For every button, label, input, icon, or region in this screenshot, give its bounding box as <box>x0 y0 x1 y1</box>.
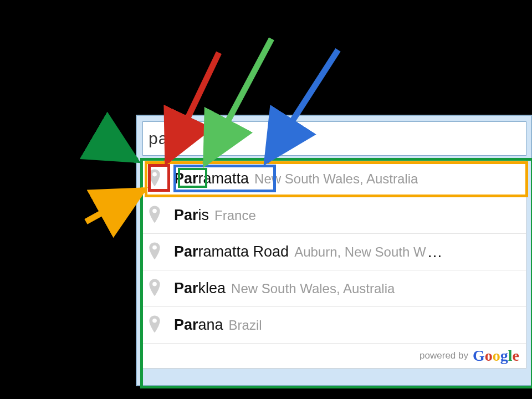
suggestion-row[interactable]: Parramatta New South Wales, Australia <box>143 161 526 197</box>
suggestion-term: Parramatta <box>174 171 249 186</box>
google-logo: Google <box>473 347 519 365</box>
suggestion-secondary: New South Wales, Australia <box>231 281 395 296</box>
suggestion-secondary: New South Wales, Australia <box>254 171 418 187</box>
suggestion-rest: ramatta <box>198 171 249 186</box>
pin-icon <box>147 279 162 299</box>
suggestion-rest: ramatta Road <box>198 244 289 259</box>
suggestion-row[interactable]: Parana Brazil <box>143 307 526 344</box>
attribution-bar: powered by Google <box>143 344 526 368</box>
attribution-prefix: powered by <box>420 350 468 361</box>
pin-icon <box>147 169 162 189</box>
suggestion-match: Par <box>174 208 198 223</box>
autocomplete-dropdown: Parramatta New South Wales, Australia Pa… <box>142 160 526 369</box>
arrow-dropdown <box>97 137 137 161</box>
autocomplete-panel: par Parramatta New South Wales, Australi… <box>136 115 532 386</box>
suggestion-match: Par <box>174 244 198 259</box>
ellipsis-icon: … <box>427 243 444 261</box>
svg-point-3 <box>152 282 157 286</box>
suggestion-row[interactable]: Parklea New South Wales, Australia <box>143 270 526 307</box>
suggestion-secondary: Brazil <box>229 318 262 333</box>
suggestion-match: Par <box>174 281 198 296</box>
svg-point-1 <box>152 208 157 213</box>
suggestion-rest: ana <box>198 318 223 332</box>
suggestion-row[interactable]: Paris France <box>143 197 526 234</box>
suggestion-row[interactable]: Parramatta Road Auburn, New South W… <box>143 234 526 270</box>
text-caret <box>176 130 176 147</box>
suggestion-secondary: Auburn, New South W <box>294 244 426 260</box>
root-canvas: par Parramatta New South Wales, Australi… <box>0 0 532 399</box>
svg-point-4 <box>152 318 157 323</box>
suggestion-match: Par <box>174 318 198 332</box>
pin-icon <box>147 315 162 335</box>
svg-point-0 <box>152 172 157 176</box>
suggestion-rest: klea <box>198 281 226 296</box>
search-input[interactable]: par <box>142 121 526 156</box>
suggestion-term: Parklea <box>174 281 226 296</box>
pin-icon <box>147 206 162 226</box>
search-query-text: par <box>149 129 174 148</box>
svg-point-2 <box>152 245 157 249</box>
suggestion-secondary: France <box>214 208 256 223</box>
suggestion-match: Par <box>174 171 198 186</box>
suggestion-term: Parana <box>174 318 223 332</box>
suggestion-term: Parramatta Road <box>174 244 289 259</box>
suggestion-term: Paris <box>174 208 209 223</box>
pin-icon <box>147 242 162 262</box>
suggestion-rest: is <box>198 208 209 223</box>
